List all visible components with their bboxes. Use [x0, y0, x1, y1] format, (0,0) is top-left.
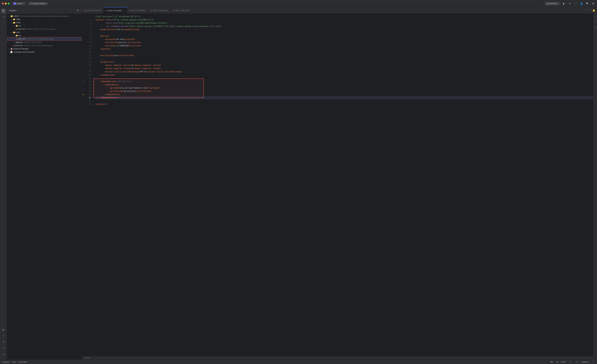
toolbar-git-bottom[interactable]: ⎇: [1, 352, 6, 357]
code-line-22: <dependency>: [95, 83, 593, 86]
close-button[interactable]: [2, 3, 4, 5]
vcs-selector[interactable]: ⎇ Version control ▾: [28, 2, 48, 5]
gutter-row-28: [82, 102, 85, 106]
account-icon[interactable]: 👤: [580, 2, 583, 6]
tab-close-user[interactable]: ×: [123, 9, 125, 12]
minimize-button[interactable]: [5, 3, 7, 5]
gutter-row-13: [82, 54, 85, 57]
code-line-20: [95, 77, 593, 80]
status-git-icon[interactable]: ⎇: [575, 360, 579, 364]
toolbar-commit[interactable]: [1, 14, 6, 19]
status-expand-icon[interactable]: ⤢: [591, 360, 595, 364]
editor-content: m ● 1 2 3 4 5 6 7 8: [82, 14, 597, 356]
tree-item-gitignore[interactable]: ⊘ .gitignore 2024/4/17, 19:59, 490 B: [7, 41, 82, 44]
sidebar: Project ▾ ⚙ 📁 parent ~/workspace/code/sp…: [7, 7, 82, 359]
project-selector[interactable]: P parent ▾: [12, 2, 25, 5]
sidebar-header: Project ▾ ⚙: [7, 7, 82, 14]
tree-name-idea: .idea: [16, 18, 20, 20]
line-numbers: 1 2 3 4 5 6 7 8 9 10 11 12 13 14 15 16 1…: [85, 14, 93, 356]
status-encoding[interactable]: UTF-8: [561, 361, 566, 363]
toolbar-project[interactable]: [1, 8, 6, 14]
breadcrumb-user[interactable]: user: [13, 361, 16, 363]
settings-icon[interactable]: ⚙: [591, 2, 595, 6]
maximize-button[interactable]: [8, 3, 10, 5]
toolbar-terminal[interactable]: T: [1, 333, 6, 338]
titlebar: P parent ▾ ⎇ Version control ▾ Current F…: [0, 0, 597, 7]
tree-item-order-src[interactable]: 📁 src: [7, 24, 82, 27]
project-name: parent: [17, 2, 22, 5]
tree-item-user-pom[interactable]: m pom.xml 2024/4/17, 20:18, 902 B Moment…: [7, 37, 82, 41]
tree-item-user-src[interactable]: 📁 src: [7, 34, 82, 37]
tree-arrow-user: [10, 31, 13, 34]
more-button[interactable]: ⋯: [574, 2, 578, 6]
status-indent[interactable]: 4 spaces: [581, 361, 589, 363]
svg-point-4: [3, 16, 4, 17]
tree-item-user[interactable]: 📂 user: [7, 31, 82, 34]
tree-item-order-pom[interactable]: m pom.xml 2024/4/17, 20:07, 715 B 11 min…: [7, 27, 82, 31]
tree-item-ext-libs[interactable]: 📚 External Libraries: [7, 47, 82, 50]
chevron-down-icon-proj[interactable]: ▾: [16, 10, 17, 11]
java-icon-tab-order-main: J: [150, 9, 151, 11]
tab-pom-order[interactable]: m pom.xml (order): [127, 7, 148, 14]
check-icon: ✓: [594, 15, 596, 17]
line-num-7: 7: [85, 34, 93, 38]
breadcrumb-sep-2: ›: [16, 361, 17, 363]
maven-icon-root-pom: m: [13, 45, 15, 46]
search-icon[interactable]: 🔍: [585, 2, 589, 6]
tab-pom-user[interactable]: m pom.xml (user) ×: [104, 7, 127, 14]
tree-item-scratches[interactable]: 📝 Scratches and Consoles: [7, 50, 82, 54]
tree-item-order[interactable]: 📂 order: [7, 21, 82, 24]
breadcrumb-pomxml[interactable]: pom.xml: [20, 361, 27, 363]
status-line-ending[interactable]: LF: [556, 361, 558, 363]
tree-name-user: user: [16, 31, 20, 33]
line-num-24: 24: [85, 90, 93, 93]
tree-item-idea[interactable]: 📂 .idea: [7, 18, 82, 21]
breadcrumb-parent[interactable]: parent: [4, 361, 9, 363]
line-num-9: 9: [85, 41, 93, 44]
sidebar-tree: 📁 parent ~/workspace/code/springboot-pro…: [7, 14, 82, 359]
toolbar-services[interactable]: ⏯: [1, 346, 6, 351]
tab-more-button[interactable]: ⋯: [587, 8, 591, 12]
folder-icon-user: 📂: [13, 31, 16, 34]
debug-button[interactable]: ✦: [568, 2, 572, 6]
tab-order-main[interactable]: J order/.../Main.java: [148, 7, 171, 14]
tree-item-root-pom[interactable]: m pom.xml 2024/4/17, 20:16, 1.66 kB Mome…: [7, 44, 82, 47]
tab-pom-parent[interactable]: m pom.xml (parent): [82, 7, 104, 14]
java-icon-tab-user-main: J: [173, 9, 174, 11]
current-file-button[interactable]: Current File ▾: [545, 2, 560, 5]
sidebar-gear-icon[interactable]: ⚙: [76, 8, 80, 12]
line-num-15: 15: [85, 60, 93, 64]
sidebar-header-icons: ⚙: [76, 8, 80, 12]
tree-arrow-gitignore: [10, 41, 13, 44]
code-area[interactable]: <?xml version="1.0" encoding="UTF-8"?> <…: [93, 14, 593, 107]
right-sidebar-icon-2[interactable]: m: [593, 25, 597, 29]
right-sidebar-icon-3[interactable]: ⌂: [593, 31, 597, 34]
status-edit-icon[interactable]: ✏: [568, 360, 572, 364]
gutter-row-27: [82, 99, 85, 102]
toolbar-problems[interactable]: ⊟: [1, 339, 6, 345]
tree-item-parent[interactable]: 📁 parent ~/workspace/code/springboot-pro…: [7, 15, 82, 18]
toolbar-run-bottom[interactable]: ▶: [1, 327, 6, 332]
breadcrumb-user-icon: ○: [11, 361, 12, 363]
line-num-4: 4: [85, 25, 93, 28]
gutter-row-3: [82, 21, 85, 25]
left-toolbar: ⋯ ▶ T ⊟ ⏯ ⎇: [0, 7, 7, 359]
line-num-5: 5: [85, 28, 93, 31]
tab-label-pom-order: pom.xml (order): [132, 9, 146, 12]
toolbar-more[interactable]: ⋯: [1, 20, 6, 25]
tab-notifications-icon[interactable]: 🔔: [592, 8, 596, 12]
run-button[interactable]: ▶: [562, 2, 566, 6]
status-position[interactable]: 26:1: [550, 361, 554, 363]
tree-name-ext-libs: External Libraries: [14, 48, 29, 50]
maven-icon-user-pom: m: [16, 38, 17, 40]
code-line-12: [95, 51, 593, 54]
tree-arrow-idea: [10, 18, 13, 21]
line-num-19: 19: [85, 73, 93, 77]
line-num-27: 27: [85, 99, 93, 102]
right-sidebar-icon-1[interactable]: ↕: [593, 20, 597, 24]
tab-user-main[interactable]: J user/.../Main.java: [171, 7, 192, 14]
gutter-row-18: [82, 70, 85, 73]
code-wrapper[interactable]: <?xml version="1.0" encoding="UTF-8"?> <…: [93, 14, 593, 356]
code-line-23: <groupId>org.springframework.boot</group…: [95, 86, 593, 90]
line-num-14: 14: [85, 57, 93, 60]
